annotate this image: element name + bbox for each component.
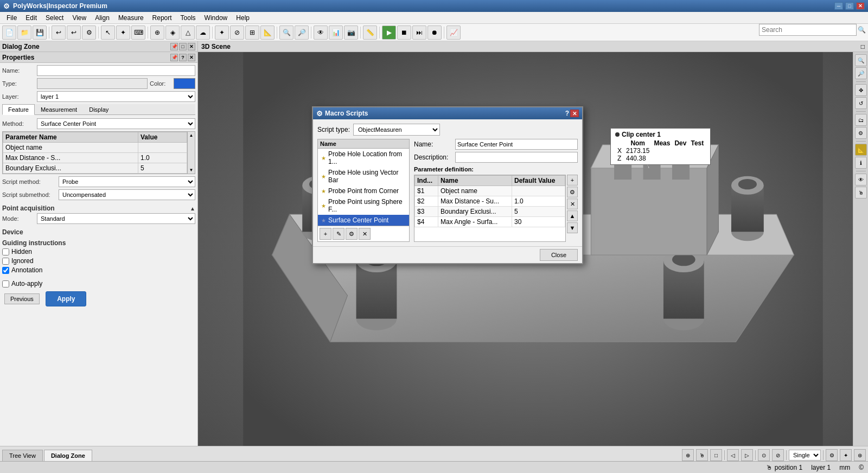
macro-close-btn[interactable]: ✕ [570,110,579,117]
undo-btn[interactable]: ↩ [52,25,66,40]
auto-apply-checkbox[interactable] [2,280,9,287]
param-add-btn[interactable]: + [567,175,578,186]
open-btn[interactable]: 📁 [17,25,31,40]
select-btn[interactable]: ↖ [101,25,115,40]
bt-btn6[interactable]: ⊙ [758,449,770,461]
probe-btn[interactable]: ✦ [215,25,229,40]
cloud-btn[interactable]: ☁ [196,25,210,40]
tab-feature[interactable]: Feature [2,104,35,115]
bt-btn7[interactable]: ⊘ [772,449,784,461]
rt-rotate[interactable]: ↺ [855,97,867,109]
script-item-5[interactable]: ★ Surface Center Point [318,215,409,226]
dz-float-btn[interactable]: □ [179,43,187,50]
detail-desc-input[interactable] [455,152,578,163]
align-btn[interactable]: ◈ [165,25,180,40]
photo-btn[interactable]: 📷 [344,25,358,40]
meas-btn[interactable]: 📐 [260,25,275,40]
close-btn[interactable]: ✕ [856,2,865,10]
bt-btn10[interactable]: ⊛ [854,449,866,461]
scene-viewport[interactable]: Clip center 2 NomMeasDevTest X2238.39 Z4… [198,52,868,458]
param-delete-btn[interactable]: ✕ [567,199,578,209]
dz-pin-btn[interactable]: 📌 [170,43,178,50]
bt-btn9[interactable]: ✦ [840,449,852,461]
rt-view1[interactable]: 👁 [855,174,867,186]
zoom-out-btn[interactable]: 🔎 [295,25,309,40]
param-up-btn[interactable]: ▲ [567,210,578,221]
point-btn[interactable]: ✦ [116,25,130,40]
color-picker[interactable] [174,78,195,89]
tab-display[interactable]: Display [83,104,114,114]
rt-pan[interactable]: ✥ [855,84,867,96]
scroll-up[interactable]: ▲ [188,132,195,139]
rt-layers[interactable]: 🗂 [855,114,867,126]
script-submethod-select[interactable]: Uncompensated [59,189,195,200]
scene-float-btn[interactable]: □ [861,43,865,50]
param-scrollbar[interactable]: ▲ ▼ [187,132,195,174]
step-btn[interactable]: ⏭ [412,25,426,40]
new-btn[interactable]: 📄 [2,25,16,40]
param-down-btn[interactable]: ▼ [567,222,578,233]
bt-btn2[interactable]: 🖱 [696,449,708,461]
bt-btn1[interactable]: ⊕ [682,449,694,461]
prop-close-btn[interactable]: ✕ [188,54,195,61]
bt-btn3[interactable]: □ [710,449,722,461]
annotation-checkbox[interactable] [2,267,9,274]
search-icon[interactable]: 🔍 [858,26,866,34]
settings-btn[interactable]: ⚙ [82,25,96,40]
script-type-select[interactable]: ObjectMeasuren [353,124,440,136]
rt-info[interactable]: ℹ [855,157,867,169]
report-btn[interactable]: 📊 [329,25,343,40]
menu-window[interactable]: Window [200,13,232,23]
maximize-btn[interactable]: □ [845,2,854,10]
cmd-btn[interactable]: ⌨ [131,25,145,40]
transform-btn[interactable]: ⊕ [150,25,164,40]
rt-zoom-out[interactable]: 🔎 [855,67,867,79]
bottom-tab-tree[interactable]: Tree View [2,450,43,461]
script-method-select[interactable]: Probe [59,176,195,187]
point-acq-collapse[interactable]: ▲ [190,206,195,212]
script-item-1[interactable]: ★ Probe Hole Location from 1... [318,149,409,167]
detail-name-input[interactable] [455,139,578,150]
macro-close-dialog-btn[interactable]: Close [540,249,578,261]
bt-mode-select[interactable]: Single [789,450,821,461]
macro-btn[interactable]: ⏺ [427,25,442,40]
script-item-4[interactable]: ★ Probe Point using Sphere F... [318,196,409,215]
dz-close-btn[interactable]: ✕ [188,43,195,50]
menu-help[interactable]: Help [232,13,254,23]
previous-button[interactable]: Previous [4,293,40,304]
ignored-checkbox[interactable] [2,258,9,265]
menu-measure[interactable]: Measure [114,13,148,23]
view-btn[interactable]: 👁 [314,25,328,40]
redo-btn[interactable]: ↩ [67,25,81,40]
menu-select[interactable]: Select [41,13,68,23]
menu-view[interactable]: View [68,13,91,23]
apply-button[interactable]: Apply [46,291,86,306]
sl-delete-btn[interactable]: ✕ [359,228,371,240]
play-btn[interactable]: ▶ [382,25,396,40]
search-input[interactable] [759,24,857,36]
layer-select[interactable]: layer 1 [37,91,195,102]
menu-report[interactable]: Report [148,13,176,23]
rt-measure[interactable]: 📐 [855,144,867,156]
rt-zoom-in[interactable]: 🔍 [855,54,867,66]
tab-measurement[interactable]: Measurement [35,104,83,114]
bt-btn8[interactable]: ⚙ [826,449,838,461]
menu-align[interactable]: Align [91,13,114,23]
method-select[interactable]: Surface Center Point [37,118,195,129]
compare-btn[interactable]: ⊞ [245,25,259,40]
chart-btn[interactable]: 📈 [446,25,461,40]
menu-file[interactable]: File [2,13,21,23]
mesh-btn[interactable]: △ [181,25,195,40]
zoom-in-btn[interactable]: 🔍 [279,25,293,40]
bottom-tab-dialog[interactable]: Dialog Zone [44,450,92,461]
macro-help-btn[interactable]: ? [565,110,569,117]
sl-settings-btn[interactable]: ⚙ [346,228,358,240]
rt-view2[interactable]: 🖱 [855,187,867,199]
scroll-down[interactable]: ▼ [188,167,195,174]
script-item-2[interactable]: ★ Probe Hole using Vector Bar [318,167,409,186]
prop-pin-btn[interactable]: 📌 [170,54,178,61]
prop-help-btn[interactable]: ? [179,54,187,61]
mode-select[interactable]: Standard [37,213,195,224]
param-settings-btn[interactable]: ⚙ [567,187,578,197]
rt-settings[interactable]: ⚙ [855,127,867,139]
